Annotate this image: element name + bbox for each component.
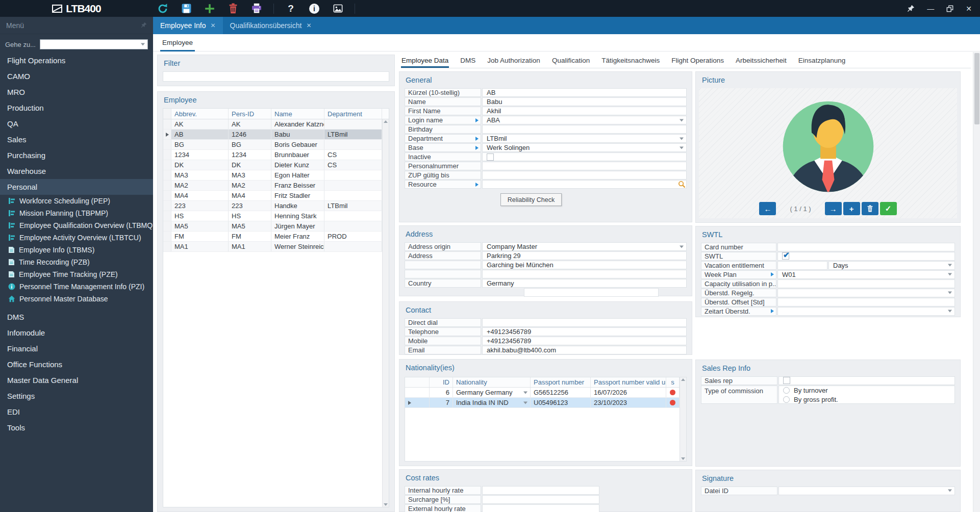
inactive-checkbox[interactable] xyxy=(487,153,494,161)
ueberstd-regelg-field[interactable] xyxy=(777,289,955,297)
direct-dial-field[interactable] xyxy=(482,318,687,327)
address-line1-field[interactable]: Parkring 29 xyxy=(482,251,687,260)
save-button[interactable] xyxy=(180,2,193,15)
filter-input[interactable] xyxy=(163,71,389,82)
sidebar-item-dms[interactable]: DMS xyxy=(0,309,153,325)
zeitart-ueberstd-field[interactable] xyxy=(777,307,955,316)
sidebar-item-mro[interactable]: MRO xyxy=(0,84,153,100)
print-button[interactable] xyxy=(250,2,263,15)
close-button[interactable]: ✕ xyxy=(966,5,972,13)
link-arrow-icon[interactable] xyxy=(475,183,479,187)
login-name-field[interactable]: ABA xyxy=(482,116,687,124)
dropdown-arrow-icon[interactable] xyxy=(948,292,952,294)
sidebar-item-edi[interactable]: EDI xyxy=(0,404,153,420)
sidebar-item-warehouse[interactable]: Warehouse xyxy=(0,163,153,179)
sidebar-item-infomodule[interactable]: Infomodule xyxy=(0,325,153,341)
table-row[interactable]: MA2MA2Franz Beisser xyxy=(163,181,382,191)
link-arrow-icon[interactable] xyxy=(771,309,774,313)
sidebar-item-camo[interactable]: CAMO xyxy=(0,68,153,84)
vacation-unit-dropdown[interactable]: Days xyxy=(828,261,955,270)
image-button[interactable] xyxy=(331,2,344,15)
prev-picture-button[interactable]: ← xyxy=(759,202,776,215)
column-header[interactable]: ID xyxy=(430,377,453,387)
mobile-field[interactable]: +49123456789 xyxy=(482,337,687,345)
table-row[interactable]: BGBGBoris Gebauer xyxy=(163,140,382,150)
address-origin-field[interactable]: Company Master xyxy=(482,242,687,251)
first-name-field[interactable]: Akhil xyxy=(482,107,687,115)
column-header[interactable]: Pers-ID xyxy=(229,109,271,119)
menu-pin-icon[interactable] xyxy=(141,21,147,30)
table-row[interactable]: 223223HandkeLTBmil xyxy=(163,201,382,211)
search-icon[interactable] xyxy=(678,181,686,190)
base-field[interactable]: Werk Solingen xyxy=(482,143,687,152)
subtab-employee[interactable]: Employee xyxy=(160,39,195,52)
personalnummer-field[interactable] xyxy=(482,162,687,170)
scroll-down-icon[interactable] xyxy=(384,503,388,506)
help-button[interactable]: ? xyxy=(284,2,297,15)
delete-button[interactable] xyxy=(227,2,240,15)
sidebar-item-employee-info[interactable]: Employee Info (LTBMS) xyxy=(0,244,153,256)
sidebar-item-personnel-time-management-info[interactable]: Personnel Time Management Info (PZI) xyxy=(0,280,153,293)
surcharge-field[interactable] xyxy=(482,495,599,504)
table-row[interactable]: MA3MA3Egon Halter xyxy=(163,170,382,181)
sidebar-item-office-functions[interactable]: Office Functions xyxy=(0,356,153,372)
confirm-picture-button[interactable]: ✓ xyxy=(880,202,897,215)
tab-taetigkeitsnachweis[interactable]: Tätigkeitsnachweis xyxy=(601,55,660,68)
tab-qualifikationsuebersicht[interactable]: Qualifikationsübersicht ✕ xyxy=(223,17,319,34)
table-row[interactable]: FMFMMeier FranzPROD xyxy=(163,232,382,242)
refresh-button[interactable] xyxy=(156,2,169,15)
sidebar-item-workforce-scheduling[interactable]: Workforce Scheduling (PEP) xyxy=(0,195,153,207)
sidebar-item-flight-operations[interactable]: Flight Operations xyxy=(0,53,153,68)
tab-dms[interactable]: DMS xyxy=(460,55,476,68)
tab-flight-operations[interactable]: Flight Operations xyxy=(671,55,724,68)
dropdown-arrow-icon[interactable] xyxy=(523,391,527,394)
kuerzel-field[interactable]: AB xyxy=(482,88,687,97)
add-button[interactable] xyxy=(203,2,216,15)
scroll-up-icon[interactable] xyxy=(384,120,388,123)
sidebar-item-financial[interactable]: Financial xyxy=(0,341,153,356)
tab-einsatzplanung[interactable]: Einsatzplanung xyxy=(798,55,846,68)
dropdown-arrow-icon[interactable] xyxy=(680,146,684,149)
link-arrow-icon[interactable] xyxy=(475,146,479,150)
dropdown-arrow-icon[interactable] xyxy=(948,264,952,267)
scroll-down-icon[interactable] xyxy=(681,457,685,460)
sidebar-item-employee-qualification-overview[interactable]: Employee Qualification Overview (LTBMQU) xyxy=(0,219,153,232)
column-header[interactable]: Passport number xyxy=(531,377,591,387)
resource-field[interactable] xyxy=(482,180,687,189)
week-plan-field[interactable]: W01 xyxy=(777,270,955,279)
sidebar-item-mission-planning[interactable]: Mission Planning (LTBPMP) xyxy=(0,207,153,219)
employee-table-scrollbar[interactable] xyxy=(382,119,389,507)
link-arrow-icon[interactable] xyxy=(771,272,774,276)
scroll-up-icon[interactable] xyxy=(681,378,685,381)
sidebar-item-employee-time-tracking[interactable]: Employee Time Tracking (PZE) xyxy=(0,268,153,280)
sidebar-item-master-data-general[interactable]: Master Data General xyxy=(0,372,153,388)
table-row[interactable]: 6 Germany Germany G56512256 16/07/2026 xyxy=(405,388,680,398)
close-tab-icon[interactable]: ✕ xyxy=(211,22,216,29)
dropdown-arrow-icon[interactable] xyxy=(948,310,952,313)
address-extra-field[interactable] xyxy=(524,288,659,297)
column-header[interactable]: Passport number valid until xyxy=(591,377,666,387)
pin-button[interactable] xyxy=(907,5,915,12)
capacity-utilisation-field[interactable] xyxy=(777,279,955,288)
table-row[interactable]: DKDKDieter KunzCS xyxy=(163,160,382,170)
dropdown-arrow-icon[interactable] xyxy=(680,245,684,248)
link-arrow-icon[interactable] xyxy=(475,137,479,141)
tab-employee-data[interactable]: Employee Data xyxy=(401,55,449,68)
radio-by-gross-profit[interactable]: By gross profit. xyxy=(783,396,838,403)
card-number-field[interactable] xyxy=(777,243,955,251)
table-row[interactable]: MA5MA5Jürgen Mayer xyxy=(163,221,382,232)
dropdown-arrow-icon[interactable] xyxy=(948,273,952,276)
tab-qualification[interactable]: Qualification xyxy=(551,55,590,68)
table-row-selected[interactable]: 7 India India IN IND U05496123 23/10/202… xyxy=(405,398,680,408)
table-row[interactable]: 12341234BrunnbauerCS xyxy=(163,150,382,160)
zup-gueltig-bis-field[interactable] xyxy=(482,171,687,180)
nationalities-scrollbar[interactable] xyxy=(680,377,686,461)
goto-dropdown[interactable] xyxy=(40,39,148,49)
table-row-selected[interactable]: AB1246BabuLTBmil xyxy=(163,130,382,140)
sidebar-item-personal[interactable]: Personal xyxy=(0,179,153,195)
column-header[interactable]: Name xyxy=(271,109,324,119)
birthday-field[interactable] xyxy=(482,125,687,134)
table-row[interactable]: MA1MA1Werner Steinreich xyxy=(163,242,382,252)
add-picture-button[interactable]: + xyxy=(843,202,860,215)
minimize-button[interactable]: — xyxy=(927,5,934,13)
